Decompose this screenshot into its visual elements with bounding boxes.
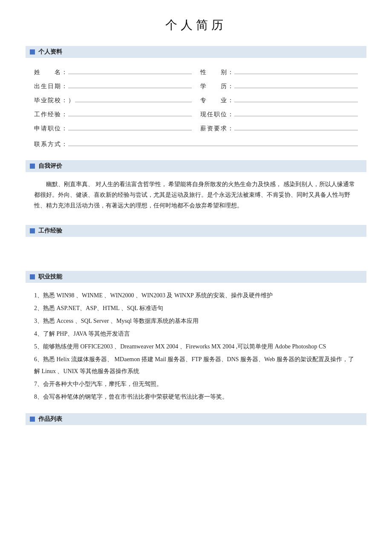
info-row-school: 毕业院校：）	[34, 95, 192, 104]
work-exp-header: 工作经验	[26, 225, 366, 237]
skills-title: 职业技能	[38, 273, 62, 281]
work-exp-section: 工作经验	[26, 225, 366, 263]
value-school[interactable]	[75, 95, 192, 102]
label-apply-position: 申请职位：	[34, 125, 68, 132]
works-list-section: 作品列表	[26, 413, 366, 447]
skill-item-8: 8、会写各种笔体的钢笔字，曾在市书法比赛中荣获硬笔书法比赛一等奖。	[34, 391, 358, 403]
info-row-work-exp: 工作经验：	[34, 109, 192, 118]
value-major[interactable]	[234, 95, 358, 102]
value-work-exp[interactable]	[68, 109, 192, 116]
label-birthdate: 出生日期：	[34, 83, 68, 90]
info-row-salary: 薪资要求：	[200, 123, 358, 132]
works-list-title: 作品列表	[38, 415, 62, 423]
skill-item-4: 4、了解 PHP、JAVA 等其他开发语言	[34, 328, 358, 340]
label-school: 毕业院校：）	[34, 97, 75, 104]
personal-info-grid: 姓 名： 性 别： 出生日期： 学 历： 毕业院校：） 专 业： 工作经验：	[26, 63, 366, 136]
skills-header: 职业技能	[26, 271, 366, 283]
skill-item-5: 5、能够熟练使用 OFFICE2003 、Dreamweaver MX 2004…	[34, 341, 358, 353]
value-current-position[interactable]	[234, 109, 358, 116]
info-row-contact: 联系方式：	[34, 138, 358, 148]
work-exp-title: 工作经验	[38, 227, 62, 235]
value-contact[interactable]	[68, 138, 358, 146]
skill-item-7: 7、会开各种大中小型汽车，摩托车，但无驾照。	[34, 378, 358, 390]
works-list-body	[26, 430, 366, 447]
info-row-education: 学 历：	[200, 81, 358, 90]
skill-item-1: 1、熟悉 WIN98 、WINME 、WIN2000 、WIN2003 及 WI…	[34, 290, 358, 302]
personal-info-icon	[30, 49, 35, 55]
label-name: 姓 名：	[34, 69, 68, 76]
value-salary[interactable]	[234, 123, 358, 130]
skill-item-3: 3、熟悉 Access 、SQL Server 、Mysql 等数据库系统的基本…	[34, 315, 358, 327]
works-list-header: 作品列表	[26, 413, 366, 425]
skills-icon	[30, 274, 35, 279]
self-eval-icon	[30, 164, 35, 169]
label-education: 学 历：	[200, 83, 234, 90]
work-exp-body	[26, 242, 366, 263]
info-row-birthdate: 出生日期：	[34, 81, 192, 90]
personal-info-title: 个人资料	[38, 48, 62, 56]
self-eval-text: 幽默、刚直率真、 对人生的看法富含哲学性， 希望能将自身所散发的火热生命力及快感…	[26, 177, 366, 213]
label-current-position: 现任职位：	[200, 111, 234, 118]
personal-info-header: 个人资料	[26, 46, 366, 58]
self-eval-section: 自我评价 幽默、刚直率真、 对人生的看法富含哲学性， 希望能将自身所散发的火热生…	[26, 160, 366, 217]
works-list-icon	[30, 417, 35, 422]
label-contact: 联系方式：	[34, 141, 68, 148]
label-salary: 薪资要求：	[200, 125, 234, 132]
info-row-current-position: 现任职位：	[200, 109, 358, 118]
contact-row: 联系方式：	[26, 136, 366, 152]
value-apply-position[interactable]	[68, 123, 192, 130]
label-gender: 性 别：	[200, 69, 234, 76]
value-name[interactable]	[68, 66, 192, 74]
label-major: 专 业：	[200, 97, 234, 104]
page-title: 个人简历	[26, 17, 366, 33]
info-row-major: 专 业：	[200, 95, 358, 104]
skills-body: 1、熟悉 WIN98 、WINME 、WIN2000 、WIN2003 及 WI…	[26, 288, 366, 405]
self-eval-header: 自我评价	[26, 160, 366, 172]
personal-info-section: 个人资料 姓 名： 性 别： 出生日期： 学 历： 毕业院校：） 专 业： 工作…	[26, 46, 366, 152]
value-education[interactable]	[234, 81, 358, 88]
skill-item-2: 2、熟悉 ASP.NET、ASP、HTML 、SQL 标准语句	[34, 302, 358, 314]
value-birthdate[interactable]	[68, 81, 192, 88]
skills-section: 职业技能 1、熟悉 WIN98 、WINME 、WIN2000 、WIN2003…	[26, 271, 366, 405]
label-work-exp: 工作经验：	[34, 111, 68, 118]
info-row-name: 姓 名：	[34, 66, 192, 76]
skill-item-6: 6、熟悉 Helix 流媒体服务器、 MDaemon 搭建 Mail 服务器、F…	[34, 354, 358, 377]
self-eval-title: 自我评价	[38, 162, 62, 170]
info-row-apply-position: 申请职位：	[34, 123, 192, 132]
value-gender[interactable]	[234, 66, 358, 74]
info-row-gender: 性 别：	[200, 66, 358, 76]
work-exp-icon	[30, 228, 35, 233]
